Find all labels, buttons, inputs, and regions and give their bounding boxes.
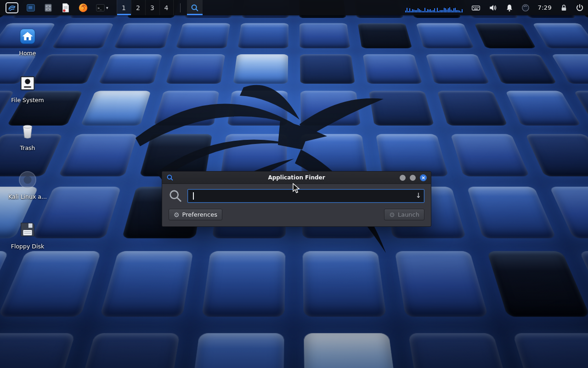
workspace-switcher: 1 2 3 4 bbox=[117, 0, 174, 15]
notifications-bell-icon[interactable] bbox=[505, 3, 514, 12]
desktop-icon-filesystem[interactable]: File System bbox=[6, 73, 50, 104]
wallpaper-cube bbox=[71, 333, 180, 368]
cpu-bar bbox=[462, 9, 463, 12]
workspace-2[interactable]: 2 bbox=[131, 0, 145, 15]
applications-menu-button[interactable] bbox=[4, 0, 20, 15]
home-icon bbox=[18, 26, 37, 47]
wallpaper-cube bbox=[188, 333, 284, 368]
maximize-button[interactable] bbox=[410, 175, 416, 181]
panel-separator bbox=[180, 3, 181, 12]
cpu-bar bbox=[431, 11, 432, 12]
cpu-bar bbox=[413, 10, 414, 12]
launch-button[interactable]: ⚙ Launch bbox=[384, 209, 424, 220]
preferences-button[interactable]: ⚙ Preferences bbox=[169, 209, 222, 220]
wallpaper-cube bbox=[0, 333, 75, 368]
terminal-icon: >_ bbox=[96, 3, 106, 13]
launcher-text-editor[interactable] bbox=[59, 0, 73, 15]
cpu-bar bbox=[429, 10, 430, 12]
cpu-bar bbox=[408, 11, 409, 12]
wallpaper-cube bbox=[549, 187, 588, 239]
cpu-bar bbox=[412, 9, 413, 12]
wallpaper-cube bbox=[513, 333, 588, 368]
desktop-icon-label: Home bbox=[19, 50, 36, 57]
cpu-bar bbox=[427, 9, 428, 12]
launcher-firefox[interactable] bbox=[76, 0, 90, 15]
cpu-bar bbox=[447, 10, 447, 12]
svg-text:>_: >_ bbox=[98, 6, 102, 10]
cpu-bar bbox=[452, 11, 453, 12]
workspace-3[interactable]: 3 bbox=[145, 0, 159, 15]
app-finder-task-icon bbox=[190, 3, 199, 12]
clock[interactable]: 7:29 bbox=[537, 4, 553, 11]
logout-power-icon[interactable] bbox=[575, 3, 584, 12]
keyboard-icon[interactable] bbox=[471, 3, 481, 12]
wallpaper-cube bbox=[505, 91, 581, 126]
cpu-bar bbox=[423, 11, 424, 12]
cpu-bar bbox=[460, 12, 461, 12]
text-caret bbox=[193, 192, 194, 200]
launcher-window-app[interactable] bbox=[24, 0, 38, 15]
wallpaper-cube bbox=[58, 134, 137, 177]
minimize-button[interactable] bbox=[400, 175, 406, 181]
wallpaper-cube bbox=[304, 333, 400, 368]
wallpaper-cube bbox=[488, 54, 557, 84]
wallpaper-cube bbox=[300, 23, 350, 48]
wallpaper-cube bbox=[408, 333, 517, 368]
cpu-bar bbox=[424, 8, 425, 12]
text-editor-icon bbox=[61, 3, 71, 13]
cpu-bar bbox=[415, 10, 416, 12]
close-icon: × bbox=[421, 175, 425, 180]
wallpaper-cube bbox=[114, 23, 172, 48]
lock-icon[interactable] bbox=[560, 3, 568, 12]
window-title: Application Finder bbox=[162, 174, 431, 181]
cpu-bar bbox=[426, 11, 427, 12]
chevron-down-icon: ▾ bbox=[106, 6, 108, 10]
launch-icon: ⚙ bbox=[389, 212, 395, 218]
cpu-bar bbox=[420, 10, 421, 12]
desktop-icon-trash[interactable]: Trash bbox=[6, 121, 50, 151]
cpu-bar bbox=[442, 10, 443, 12]
wallpaper-cube bbox=[52, 23, 114, 48]
window-controls: × bbox=[400, 174, 427, 181]
desktop-icon-home[interactable]: Home bbox=[6, 26, 50, 57]
desktop-icon-floppy[interactable]: Floppy Disk bbox=[6, 219, 50, 250]
cpu-bar bbox=[435, 12, 436, 12]
cpu-bar bbox=[441, 10, 442, 12]
window-titlebar[interactable]: Application Finder × bbox=[162, 172, 431, 184]
wallpaper-cube bbox=[532, 23, 588, 48]
wallpaper-cube bbox=[358, 23, 413, 48]
cpu-bar bbox=[433, 10, 434, 12]
cpu-bar bbox=[418, 8, 418, 12]
wallpaper-cube bbox=[176, 23, 231, 48]
cpu-graph[interactable] bbox=[405, 3, 464, 12]
preferences-label: Preferences bbox=[182, 211, 217, 218]
wallpaper-cube bbox=[451, 134, 530, 177]
search-input[interactable] bbox=[187, 189, 424, 203]
desktop-icon-kali-docs[interactable]: Kali Linux a... bbox=[6, 169, 50, 200]
floppy-icon bbox=[18, 219, 37, 240]
combo-arrow-icon[interactable]: ↓ bbox=[415, 192, 421, 199]
dialog-body: ↓ ⚙ Preferences ⚙ Launch bbox=[162, 184, 431, 226]
wallpaper-cube bbox=[0, 251, 101, 316]
desktop-icon-label: Kali Linux a... bbox=[8, 193, 47, 200]
file-manager-icon bbox=[43, 3, 53, 13]
workspace-1[interactable]: 1 bbox=[117, 0, 131, 15]
kali-menu-icon bbox=[6, 2, 18, 13]
kali-dragon-logo bbox=[129, 51, 413, 262]
volume-icon[interactable] bbox=[488, 3, 498, 12]
system-tray: 7:29 bbox=[405, 3, 584, 12]
taskbar-application-finder[interactable] bbox=[187, 0, 203, 15]
desktop-screen: Home File System Trash bbox=[0, 0, 588, 368]
workspace-4[interactable]: 4 bbox=[159, 0, 174, 15]
drive-icon bbox=[18, 73, 37, 94]
top-panel: >_ ▾ 1 2 3 4 bbox=[0, 0, 588, 15]
search-field-wrap: ↓ bbox=[187, 189, 424, 203]
launcher-terminal[interactable]: >_ ▾ bbox=[94, 0, 110, 15]
status-circle-icon[interactable] bbox=[521, 3, 530, 12]
desktop-icon-label: Trash bbox=[20, 144, 35, 151]
close-button[interactable]: × bbox=[420, 174, 427, 181]
launcher-file-manager[interactable] bbox=[41, 0, 55, 15]
cpu-bar bbox=[445, 8, 446, 12]
wallpaper-cube bbox=[487, 251, 588, 316]
wallpaper-cube bbox=[474, 23, 536, 48]
